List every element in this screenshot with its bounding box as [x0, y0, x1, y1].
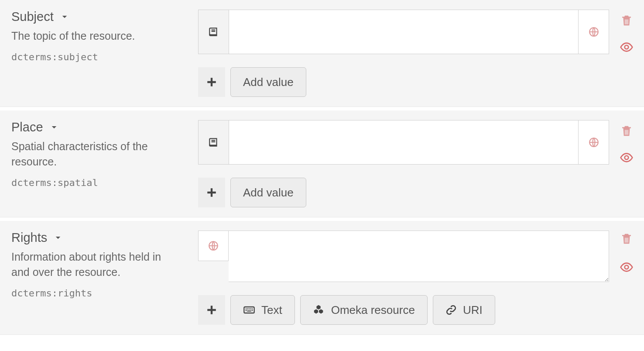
property-meta: Place Spatial characteristics of the res… — [0, 110, 188, 217]
value-actions — [609, 10, 634, 54]
value-textarea-wrap — [198, 231, 609, 282]
customvocab-icon — [199, 10, 229, 54]
cubes-icon — [313, 304, 325, 316]
button-label: Omeka resource — [331, 303, 415, 317]
property-description: The topic of the resource. — [11, 28, 177, 44]
customvocab-icon — [199, 120, 229, 164]
keyboard-icon — [243, 304, 255, 316]
value-input-row — [198, 10, 634, 54]
add-value-row: Add value — [198, 178, 634, 207]
property-row-rights: Rights Information about rights held in … — [0, 221, 644, 335]
add-value-row: Text Omeka resource URI — [198, 295, 634, 325]
add-value-plus-button[interactable] — [198, 295, 225, 325]
property-term: dcterms:spatial — [11, 177, 177, 188]
delete-value-button[interactable] — [620, 232, 633, 245]
button-label: Add value — [243, 186, 294, 200]
button-label: URI — [463, 303, 483, 317]
language-button[interactable] — [198, 231, 229, 261]
property-row-place: Place Spatial characteristics of the res… — [0, 110, 644, 217]
value-text-input[interactable] — [229, 10, 578, 54]
add-value-plus-button[interactable] — [198, 67, 225, 97]
button-label: Text — [261, 303, 282, 317]
visibility-toggle-button[interactable] — [620, 260, 634, 274]
property-term: dcterms:rights — [11, 288, 177, 299]
add-value-plus-button[interactable] — [198, 178, 225, 207]
add-resource-value-button[interactable]: Omeka resource — [300, 295, 428, 325]
caret-down-icon — [61, 13, 69, 21]
property-meta: Subject The topic of the resource. dcter… — [0, 0, 188, 107]
button-label: Add value — [243, 76, 294, 89]
delete-value-button[interactable] — [620, 14, 633, 27]
language-button[interactable] — [578, 120, 609, 164]
value-text-input[interactable] — [229, 120, 578, 164]
delete-value-button[interactable] — [620, 124, 633, 138]
property-row-subject: Subject The topic of the resource. dcter… — [0, 0, 644, 107]
add-text-value-button[interactable]: Text — [230, 295, 295, 325]
value-textarea[interactable] — [229, 231, 609, 282]
property-term: dcterms:subject — [11, 52, 177, 62]
value-textarea-row — [198, 231, 634, 282]
add-value-button[interactable]: Add value — [230, 67, 306, 97]
property-title-toggle[interactable]: Rights — [11, 231, 62, 245]
caret-down-icon — [54, 234, 62, 242]
value-input-wrap — [198, 120, 609, 165]
property-title-text: Place — [11, 120, 43, 134]
property-meta: Rights Information about rights held in … — [0, 221, 188, 334]
value-input-row — [198, 120, 634, 165]
add-value-button[interactable]: Add value — [230, 178, 306, 207]
value-actions — [609, 231, 634, 282]
property-title-toggle[interactable]: Subject — [11, 10, 69, 24]
property-description: Information about rights held in and ove… — [11, 249, 177, 280]
add-value-row: Add value — [198, 67, 634, 97]
value-actions — [609, 120, 634, 165]
visibility-toggle-button[interactable] — [620, 40, 634, 54]
property-description: Spatial characteristics of the resource. — [11, 139, 177, 169]
visibility-toggle-button[interactable] — [620, 151, 634, 165]
caret-down-icon — [50, 124, 58, 131]
property-title-text: Rights — [11, 231, 47, 245]
value-input-wrap — [198, 10, 609, 54]
property-values: Add value — [188, 110, 644, 217]
link-icon — [445, 304, 457, 316]
language-button[interactable] — [578, 10, 609, 54]
property-title-text: Subject — [11, 10, 54, 24]
property-values: Add value — [188, 0, 644, 107]
add-uri-value-button[interactable]: URI — [433, 295, 495, 325]
property-values: Text Omeka resource URI — [188, 221, 644, 334]
property-title-toggle[interactable]: Place — [11, 120, 58, 134]
